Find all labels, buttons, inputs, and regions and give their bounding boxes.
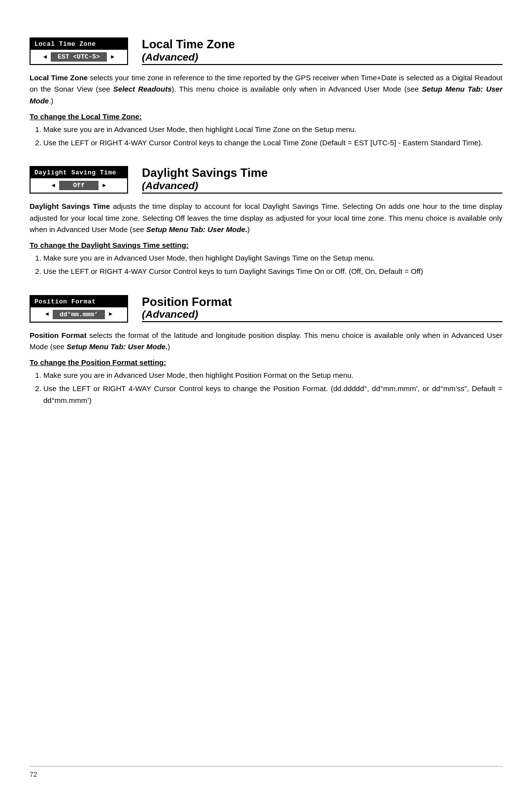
- section-advanced-label-local-time-zone: (Advanced): [142, 51, 502, 63]
- section-header-local-time-zone: Local Time Zone ◄ EST <UTC-5> ► Local Ti…: [30, 37, 502, 65]
- section-title-position-format: Position Format: [142, 295, 502, 309]
- body-daylight-savings: Daylight Savings Time adjusts the time d…: [30, 200, 502, 235]
- section-advanced-label-daylight-savings: (Advanced): [142, 180, 502, 192]
- change-heading-local-time-zone: To change the Local Time Zone:: [30, 112, 502, 121]
- section-divider-local-time-zone: [142, 64, 502, 65]
- heading-local-time-zone: Local Time Zone (Advanced): [142, 37, 502, 65]
- arrow-left-icon-pf: ◄: [45, 311, 49, 318]
- section-header-position-format: Position Format ◄ dd°mm.mmm’ ► Position …: [30, 295, 502, 323]
- steps-local-time-zone: Make sure you are in Advanced User Mode,…: [30, 124, 502, 149]
- page-footer: 72: [30, 766, 502, 778]
- step-daylight-savings-1: Make sure you are in Advanced User Mode,…: [43, 252, 502, 264]
- widget-title-position-format: Position Format: [31, 296, 127, 307]
- widget-title-local-time-zone: Local Time Zone: [31, 38, 127, 50]
- widget-daylight-savings: Daylight Saving Time ◄ Off ►: [30, 166, 128, 194]
- body-local-time-zone: Local Time Zone selects your time zone i…: [30, 72, 502, 106]
- change-heading-daylight-savings: To change the Daylight Savings Time sett…: [30, 241, 502, 249]
- steps-daylight-savings: Make sure you are in Advanced User Mode,…: [30, 252, 502, 277]
- widget-current-value-local-time-zone: EST <UTC-5>: [51, 52, 107, 62]
- step-position-format-1: Make sure you are in Advanced User Mode,…: [43, 369, 502, 381]
- body-position-format: Position Format selects the format of th…: [30, 330, 502, 353]
- arrow-left-icon-dst: ◄: [52, 182, 55, 189]
- widget-value-local-time-zone: ◄ EST <UTC-5> ►: [31, 50, 127, 64]
- step-daylight-savings-2: Use the LEFT or RIGHT 4-WAY Cursor Contr…: [43, 266, 502, 277]
- widget-title-daylight-savings: Daylight Saving Time: [31, 167, 127, 178]
- page-number: 72: [30, 770, 37, 778]
- section-local-time-zone: Local Time Zone ◄ EST <UTC-5> ► Local Ti…: [30, 37, 502, 148]
- arrow-right-icon-dst: ►: [102, 182, 106, 189]
- step-local-time-zone-1: Make sure you are in Advanced User Mode,…: [43, 124, 502, 135]
- section-title-daylight-savings: Daylight Savings Time: [142, 166, 502, 180]
- change-heading-position-format: To change the Position Format setting:: [30, 358, 502, 366]
- section-header-daylight-savings: Daylight Saving Time ◄ Off ► Daylight Sa…: [30, 166, 502, 194]
- widget-current-value-daylight-savings: Off: [59, 181, 99, 190]
- steps-position-format: Make sure you are in Advanced User Mode,…: [30, 369, 502, 406]
- arrow-left-icon: ◄: [43, 54, 47, 61]
- widget-value-daylight-savings: ◄ Off ►: [31, 178, 127, 193]
- widget-local-time-zone: Local Time Zone ◄ EST <UTC-5> ►: [30, 37, 128, 65]
- widget-position-format: Position Format ◄ dd°mm.mmm’ ►: [30, 295, 128, 323]
- section-advanced-label-position-format: (Advanced): [142, 308, 502, 320]
- section-divider-position-format: [142, 321, 502, 322]
- section-divider-daylight-savings: [142, 193, 502, 194]
- arrow-right-icon: ►: [111, 54, 114, 61]
- step-position-format-2: Use the LEFT or RIGHT 4-WAY Cursor Contr…: [43, 383, 502, 406]
- arrow-right-icon-pf: ►: [109, 311, 112, 318]
- section-title-local-time-zone: Local Time Zone: [142, 37, 502, 51]
- heading-position-format: Position Format (Advanced): [142, 295, 502, 323]
- widget-current-value-position-format: dd°mm.mmm’: [53, 310, 105, 319]
- widget-value-position-format: ◄ dd°mm.mmm’ ►: [31, 307, 127, 322]
- section-daylight-savings-time: Daylight Saving Time ◄ Off ► Daylight Sa…: [30, 166, 502, 277]
- section-position-format: Position Format ◄ dd°mm.mmm’ ► Position …: [30, 295, 502, 406]
- heading-daylight-savings: Daylight Savings Time (Advanced): [142, 166, 502, 194]
- step-local-time-zone-2: Use the LEFT or RIGHT 4-WAY Cursor Contr…: [43, 137, 502, 148]
